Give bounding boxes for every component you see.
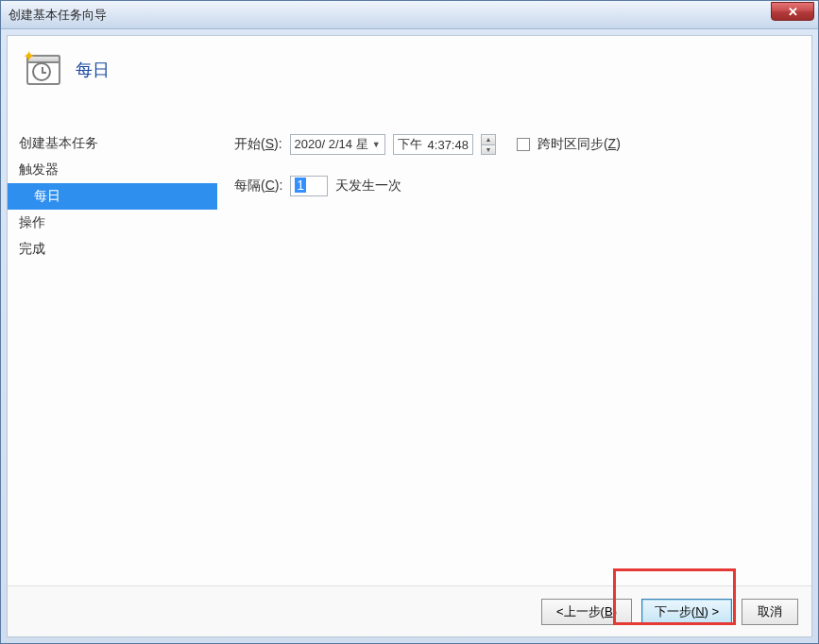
wizard-sidebar: 创建基本任务 触发器 每日 操作 完成 xyxy=(8,123,217,585)
spinner-down-icon[interactable]: ▼ xyxy=(482,145,495,155)
sidebar-item-create-basic-task[interactable]: 创建基本任务 xyxy=(8,130,217,157)
wizard-footer: <上一步(B) 下一步(N) > 取消 xyxy=(8,585,811,636)
page-title: 每日 xyxy=(76,49,110,81)
main-panel: 开始(S): 2020/ 2/14 星 ▼ 下午 4:37:48 ▲ ▼ xyxy=(217,123,811,585)
next-button[interactable]: 下一步(N) > xyxy=(641,599,732,625)
interval-label: 每隔(C): xyxy=(234,178,282,195)
start-row: 开始(S): 2020/ 2/14 星 ▼ 下午 4:37:48 ▲ ▼ xyxy=(234,132,793,157)
sync-timezone-label: 跨时区同步(Z) xyxy=(537,136,621,153)
start-date-value: 2020/ 2/14 星 xyxy=(295,136,368,153)
titlebar[interactable]: 创建基本任务向导 ✕ xyxy=(1,1,818,29)
cancel-button[interactable]: 取消 xyxy=(742,599,798,625)
time-spinner[interactable]: ▲ ▼ xyxy=(481,134,496,155)
sidebar-item-trigger[interactable]: 触发器 xyxy=(8,157,217,183)
start-label: 开始(S): xyxy=(234,136,282,153)
spinner-up-icon[interactable]: ▲ xyxy=(482,135,495,145)
sidebar-item-action[interactable]: 操作 xyxy=(8,210,217,236)
sync-timezone-checkbox[interactable] xyxy=(517,138,530,151)
window-title: 创建基本任务向导 xyxy=(9,7,107,24)
time-value: 4:37:48 xyxy=(428,138,469,152)
sidebar-item-daily[interactable]: 每日 xyxy=(8,183,217,210)
task-calendar-icon: ✦ xyxy=(25,49,60,85)
sidebar-item-finish[interactable]: 完成 xyxy=(8,236,217,263)
close-icon: ✕ xyxy=(788,5,798,19)
body-area: 创建基本任务 触发器 每日 操作 完成 开始(S): 2020/ 2/14 星 … xyxy=(8,123,811,585)
time-ampm: 下午 xyxy=(398,136,422,153)
interval-value: 1 xyxy=(295,178,306,193)
wizard-window: 创建基本任务向导 ✕ ✦ 每日 创建基本任务 触发器 每日 操作 完成 xyxy=(0,0,819,644)
page-header: ✦ 每日 xyxy=(8,36,811,123)
start-date-picker[interactable]: 2020/ 2/14 星 ▼ xyxy=(290,134,385,155)
interval-input[interactable]: 1 xyxy=(290,176,328,196)
interval-suffix: 天发生一次 xyxy=(335,178,401,195)
start-time-picker[interactable]: 下午 4:37:48 xyxy=(393,134,473,155)
chevron-down-icon: ▼ xyxy=(372,140,381,149)
content-area: ✦ 每日 创建基本任务 触发器 每日 操作 完成 开始(S): 2020/ 2/… xyxy=(7,35,812,637)
interval-row: 每隔(C): 1 天发生一次 xyxy=(234,174,793,198)
back-button[interactable]: <上一步(B) xyxy=(541,599,632,625)
close-button[interactable]: ✕ xyxy=(771,2,814,21)
